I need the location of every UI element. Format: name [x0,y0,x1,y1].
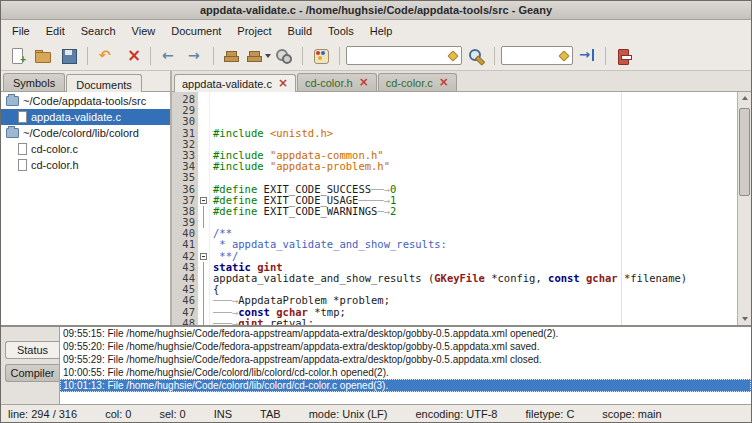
clear-entry-icon[interactable] [447,50,458,61]
revert-document-button[interactable] [94,44,118,68]
code-segment: *config, [485,272,548,284]
toolbar [1,41,751,71]
fold-marker-cell [198,206,209,217]
new-file-icon [8,47,26,65]
tab-documents[interactable]: Documents [66,74,142,92]
editor-vertical-scrollbar[interactable] [737,92,751,325]
main-area: SymbolsDocuments ~/Code/appdata-tools/sr… [1,71,751,325]
fold-line [203,206,204,217]
navigate-forward-button[interactable] [183,44,207,68]
message-row[interactable]: 10:00:55: File /home/hughsie/Code/colord… [60,366,751,379]
message-row[interactable]: 09:55:29: File /home/hughsie/Code/fedora… [60,353,751,366]
quit-icon [615,47,633,65]
fold-marker-cell[interactable] [198,195,209,206]
line-number-gutter[interactable]: 2829303132333435363738394041424344454647… [172,92,198,325]
execute-button[interactable] [272,44,296,68]
fold-line [203,295,204,306]
jump-arrow-icon [578,47,596,65]
tree-file-row[interactable]: cd-color.c [1,141,170,157]
message-row[interactable]: 10:01:13: File /home/hughsie/Code/colord… [60,379,751,392]
compile-button[interactable] [220,44,244,68]
close-tab-icon[interactable]: × [278,78,288,89]
menu-view[interactable]: View [124,22,164,40]
message-row[interactable]: 09:55:20: File /home/hughsie/Code/fedora… [60,340,751,353]
documents-tree[interactable]: ~/Code/appdata-tools/srcappdata-validate… [1,92,170,325]
execute-icon [275,47,293,65]
statusbar-item: encoding: UTF-8 [416,408,498,420]
code-segment: const [548,272,580,284]
code-line: ───→gint retval; [213,318,737,325]
code-segment: { [213,283,219,295]
toolbar-separator [339,47,340,65]
menu-help[interactable]: Help [362,22,401,40]
goto-line-entry-box [501,46,573,65]
tree-file-label: appdata-validate.c [31,111,121,123]
tab-compiler[interactable]: Compiler [5,364,59,382]
window-title: appdata-validate.c - /home/hughsie/Code/… [200,4,552,16]
search-entry[interactable] [350,50,447,62]
open-document-button[interactable] [31,44,55,68]
build-button[interactable] [246,44,270,68]
code-segment: gint [238,317,263,325]
code-segment: static [213,261,251,273]
save-document-button[interactable] [57,44,81,68]
tree-file-row[interactable]: appdata-validate.c [1,109,170,125]
sidebar-tabs: SymbolsDocuments [1,71,170,92]
find-button[interactable] [464,44,488,68]
editor-tab-appdata-validate.c[interactable]: appdata-validate.c× [174,74,296,92]
menu-build[interactable]: Build [280,22,320,40]
code-segment: #include [213,149,270,161]
menu-tools[interactable]: Tools [320,22,362,40]
toolbar-separator [302,47,303,65]
tree-folder-label: ~/Code/appdata-tools/src [23,95,146,107]
jump-to-line-button[interactable] [575,44,599,68]
code-line: **/ [213,251,737,262]
fold-marker-cell [198,217,209,228]
fold-marker-cell [198,239,209,250]
scrollbar-thumb[interactable] [739,108,750,196]
compile-icon [223,47,241,65]
close-tab-icon[interactable]: × [439,77,449,88]
close-tab-icon[interactable]: × [359,77,369,88]
navigate-back-button[interactable] [157,44,181,68]
fold-collapse-icon[interactable] [200,253,207,260]
new-document-button[interactable] [5,44,29,68]
geany-window: appdata-validate.c - /home/hughsie/Code/… [0,0,752,423]
menu-edit[interactable]: Edit [38,22,73,40]
code-segment: ───→ [213,317,238,325]
tree-folder-row[interactable]: ~/Code/appdata-tools/src [1,93,170,109]
code-segment: #define [213,183,264,195]
editor-tab-label: appdata-validate.c [182,78,272,90]
close-document-button[interactable] [120,44,144,68]
menu-search[interactable]: Search [73,22,124,40]
tree-file-label: cd-color.c [31,143,78,155]
statusbar-item: col: 0 [105,408,131,420]
code-segment: #define [213,205,264,217]
menu-project[interactable]: Project [229,22,279,40]
message-row[interactable]: 09:55:15: File /home/hughsie/Code/fedora… [60,327,751,340]
color-chooser-button[interactable] [309,44,333,68]
tab-status[interactable]: Status [5,341,59,359]
goto-line-entry[interactable] [505,50,558,62]
editor-tab-cd-color.c[interactable]: cd-color.c× [378,73,457,91]
menu-file[interactable]: File [4,22,38,40]
menu-document[interactable]: Document [163,22,229,40]
fold-margin[interactable] [198,92,210,325]
status-messages-list[interactable]: 09:55:15: File /home/hughsie/Code/fedora… [59,327,751,404]
clear-entry-icon[interactable] [558,50,569,61]
code-area[interactable]: #include <unistd.h>#include "appdata-com… [210,92,737,325]
tab-symbols[interactable]: Symbols [3,73,65,91]
code-segment: ─→ [377,205,390,217]
editor-tab-cd-color.h[interactable]: cd-color.h× [297,73,377,91]
toolbar-separator [605,47,606,65]
forward-arrow-icon [186,47,204,65]
quit-button[interactable] [612,44,636,68]
statusbar-item: mode: Unix (LF) [309,408,388,420]
fold-collapse-icon[interactable] [200,197,207,204]
tree-folder-row[interactable]: ~/Code/colord/lib/colord [1,125,170,141]
fold-marker-cell[interactable] [198,251,209,262]
dropdown-arrow-icon[interactable] [265,54,271,58]
tree-file-row[interactable]: cd-color.h [1,157,170,173]
title-bar[interactable]: appdata-validate.c - /home/hughsie/Code/… [1,1,751,20]
editor: 2829303132333435363738394041424344454647… [172,92,751,325]
